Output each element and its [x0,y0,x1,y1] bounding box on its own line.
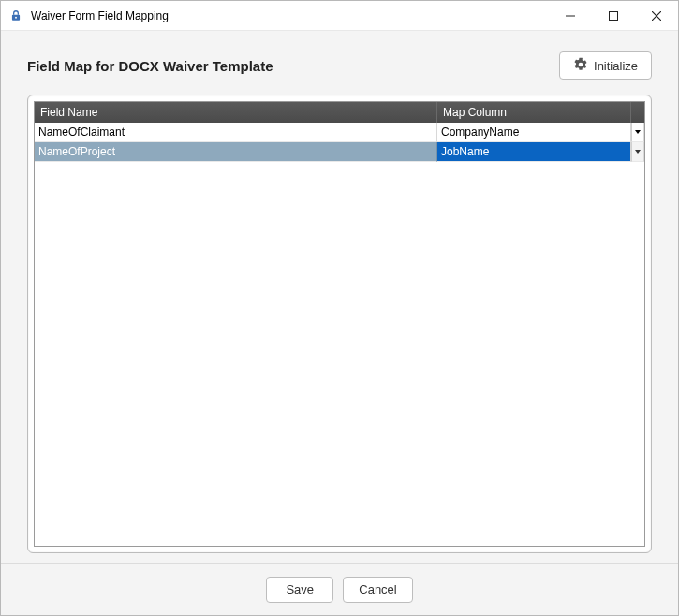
grid-header: Field Name Map Column [35,102,644,123]
field-map-grid[interactable]: Field Name Map Column NameOfClaimantComp… [34,101,645,547]
grid-body: NameOfClaimantCompanyNameNameOfProjectJo… [35,123,644,546]
maximize-button[interactable] [592,1,635,30]
gear-icon [573,57,588,75]
dropdown-icon[interactable] [631,123,644,142]
titlebar: Waiver Form Field Mapping [1,1,678,31]
column-header-dropdown [631,102,644,123]
cancel-button[interactable]: Cancel [343,577,412,603]
lock-icon [8,8,23,23]
svg-rect-2 [610,11,618,20]
initialize-button-label: Initialize [594,59,638,73]
svg-point-1 [15,16,17,18]
footer-bar: Save Cancel [1,563,678,615]
cell-field-name[interactable]: NameOfProject [35,142,437,162]
window-title: Waiver Form Field Mapping [31,9,549,22]
column-header-field-name[interactable]: Field Name [35,102,437,123]
header-row: Field Map for DOCX Waiver Template Initi… [27,51,652,80]
cell-map-column[interactable]: CompanyName [437,123,631,142]
table-row[interactable]: NameOfClaimantCompanyName [35,123,644,142]
cell-field-name[interactable]: NameOfClaimant [35,123,437,142]
window-controls [549,1,678,30]
grid-panel: Field Name Map Column NameOfClaimantComp… [27,95,652,553]
content-area: Field Map for DOCX Waiver Template Initi… [1,31,678,563]
initialize-button[interactable]: Initialize [559,51,652,80]
dropdown-icon[interactable] [631,142,644,162]
page-heading: Field Map for DOCX Waiver Template [27,58,559,74]
table-row[interactable]: NameOfProjectJobName [35,142,644,162]
column-header-map-column[interactable]: Map Column [437,102,631,123]
minimize-button[interactable] [549,1,592,30]
window: Waiver Form Field Mapping Field Map for … [0,0,679,616]
close-button[interactable] [635,1,678,30]
save-button[interactable]: Save [266,577,333,603]
cell-map-column[interactable]: JobName [437,142,631,162]
